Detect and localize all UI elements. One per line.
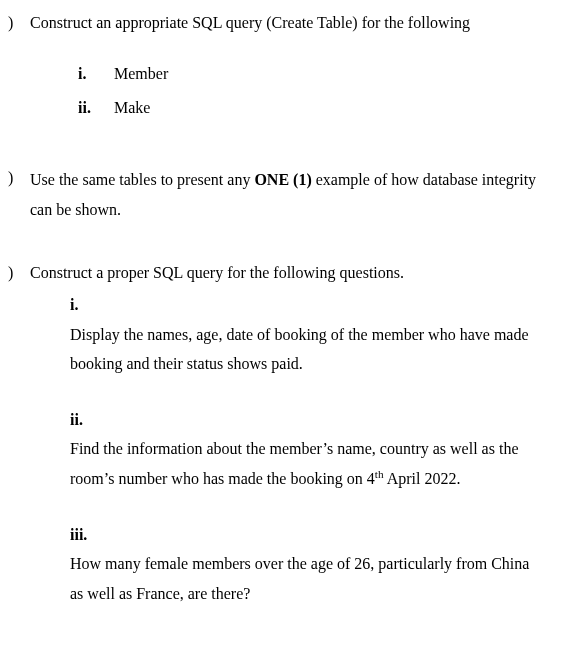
text-b-bold: ONE (1) [254,171,311,188]
roman-a-1: i. [78,60,110,89]
question-c: ) Construct a proper SQL query for the f… [8,260,573,634]
text-b-pre: Use the same tables to present any [30,171,254,188]
question-b: ) Use the same tables to present any ONE… [8,165,573,224]
item-a-2: ii. Make [78,94,560,123]
subtext-c-1: Display the names, age, date of booking … [70,320,530,379]
item-c-3: iii. How many female members over the ag… [70,520,560,609]
sublist-a: i. Member ii. Make [30,60,560,124]
c2-post: April 2022. [384,470,461,487]
marker-c: ) [8,260,26,286]
subtext-a-2: Make [114,94,554,123]
marker-b: ) [8,165,26,191]
sublist-c: i. Display the names, age, date of booki… [30,290,560,608]
item-c-2: ii. Find the information about the membe… [70,405,560,494]
text-a: Construct an appropriate SQL query (Crea… [30,14,470,31]
roman-c-1: i. [70,290,104,320]
marker-a: ) [8,10,26,36]
roman-c-2: ii. [70,405,104,435]
roman-c-3: iii. [70,520,104,550]
body-c: Construct a proper SQL query for the fol… [30,260,560,634]
roman-a-2: ii. [78,94,110,123]
body-b: Use the same tables to present any ONE (… [30,165,560,224]
subtext-a-1: Member [114,60,554,89]
subtext-c-3: How many female members over the age of … [70,549,530,608]
subtext-c-2: Find the information about the member’s … [70,434,530,493]
body-a: Construct an appropriate SQL query (Crea… [30,10,560,129]
c2-sup: th [375,468,384,480]
item-a-1: i. Member [78,60,560,89]
text-c: Construct a proper SQL query for the fol… [30,264,404,281]
item-c-1: i. Display the names, age, date of booki… [70,290,560,379]
question-a: ) Construct an appropriate SQL query (Cr… [8,10,573,129]
